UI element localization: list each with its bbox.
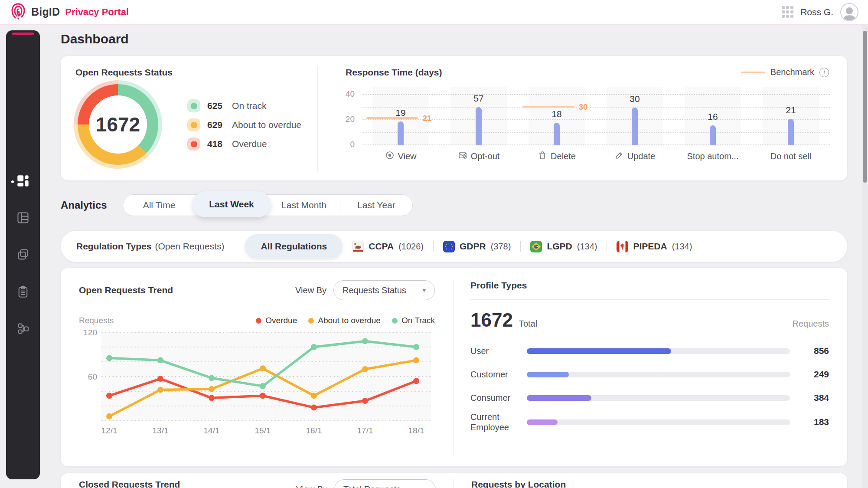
sidebar-item-tasks[interactable]	[16, 285, 30, 300]
benchmark-line-icon	[741, 72, 765, 73]
tab-pipeda[interactable]: PIPEDA (134)	[607, 241, 702, 252]
tab-all-regulations[interactable]: All Regulations	[245, 234, 343, 259]
bar-do-not-sell	[788, 119, 794, 145]
legend-overdue: Overdue	[256, 316, 297, 325]
profile-row-current-employee: Current Employee 183	[470, 412, 829, 432]
analytics-row: Analytics All Time Last Week Last Month …	[61, 194, 847, 216]
svg-text:120: 120	[83, 328, 97, 337]
overdue-count: 418	[207, 139, 222, 149]
tab-ccpa[interactable]: CCPA (1026)	[343, 241, 433, 252]
trend-y-axis-label: Requests	[79, 316, 114, 325]
overdue-dot-icon	[256, 318, 261, 324]
svg-text:16/1: 16/1	[306, 426, 322, 435]
legend-item-overdue: 418 Overdue	[187, 138, 301, 151]
profile-type-bars: User 856 Customer 249 Consumer 384	[470, 341, 829, 432]
sidebar-item-workflows[interactable]	[16, 322, 30, 337]
apps-grid-icon[interactable]	[782, 6, 793, 18]
benchmark-line	[366, 117, 418, 119]
benchmark-value: 21	[422, 114, 431, 123]
svg-text:17/1: 17/1	[357, 426, 373, 435]
category-view: View	[362, 151, 440, 162]
tab-all-time[interactable]: All Time	[123, 194, 195, 216]
category-opt-out: Opt-out	[440, 151, 518, 162]
brazil-flag-icon	[530, 241, 542, 252]
profile-types-panel: Profile Types 1672 Total Requests User 8…	[453, 268, 847, 437]
profile-total-label: Total	[519, 319, 537, 329]
benchmark-legend: Benchmark i	[741, 67, 829, 77]
page-scrollbar-track[interactable]	[862, 25, 868, 488]
copy-pages-icon	[16, 248, 29, 263]
tab-last-year[interactable]: Last Year	[340, 194, 412, 216]
sidebar-item-requests[interactable]	[16, 211, 30, 226]
svg-text:60: 60	[88, 372, 97, 381]
screen: BigID Privacy Portal Ross G.	[0, 0, 868, 488]
profile-row-consumer: Consumer 384	[470, 388, 829, 407]
bar-value-stop-automation: 16	[674, 111, 752, 122]
on-track-swatch-icon	[187, 99, 200, 112]
consumer-bar	[527, 395, 591, 401]
bar-column-opt-out[interactable]: 57	[440, 95, 518, 145]
panel-divider	[453, 479, 454, 488]
customer-bar	[527, 372, 569, 377]
svg-text:13/1: 13/1	[153, 426, 169, 435]
page-scrollbar-thumb[interactable]	[863, 31, 867, 183]
legend-about-to-overdue: About to overdue	[308, 316, 381, 325]
benchmark-value: 30	[578, 102, 587, 112]
brand-logo[interactable]: BigID	[10, 2, 60, 23]
view-by-select[interactable]: Requests Status ▾	[333, 280, 435, 300]
trend-profile-card: Open Requests Trend View By Requests Sta…	[61, 268, 847, 466]
tab-last-week[interactable]: Last Week	[193, 191, 271, 217]
view-icon	[385, 151, 395, 162]
bar-column-update[interactable]: 30	[596, 95, 674, 145]
bar-delete	[554, 123, 560, 145]
sidebar	[6, 30, 40, 479]
tab-gdpr[interactable]: GDPR (378)	[434, 241, 520, 252]
bar-column-delete[interactable]: 18 30	[518, 95, 596, 145]
bar-view	[398, 121, 404, 145]
view-by-label: View By	[295, 285, 326, 295]
category-delete: Delete	[518, 151, 596, 162]
ytick-20: 20	[346, 115, 355, 124]
bar-column-stop-automation[interactable]: 16	[674, 95, 752, 145]
dashboard-icon	[16, 174, 29, 189]
requests-by-location-title: Requests by Location	[471, 479, 566, 488]
profile-row-user: User 856	[470, 341, 829, 360]
on-track-count: 625	[207, 101, 222, 111]
user-name: Ross G.	[800, 7, 833, 17]
response-y-axis: 40 20 0	[339, 95, 357, 145]
tab-lgpd[interactable]: LGPD (134)	[521, 241, 607, 252]
about-to-overdue-label: About to overdue	[232, 120, 301, 130]
closed-requests-card: Closed Requests Trend View By Total Requ…	[61, 473, 847, 488]
regulation-filter-tabs: All Regulations CCPA (1026)	[245, 234, 702, 259]
closed-requests-trend-title: Closed Requests Trend	[79, 479, 180, 488]
view-by-select-total-requests[interactable]: Total Requests ▾	[334, 479, 436, 488]
overdue-swatch-icon	[187, 138, 200, 151]
bar-column-view[interactable]: 19 21	[362, 95, 440, 145]
about-to-overdue-count: 629	[207, 120, 222, 130]
tab-last-month[interactable]: Last Month	[268, 194, 340, 216]
regulation-types-label: Regulation Types	[76, 241, 151, 252]
user-avatar[interactable]	[840, 3, 858, 21]
eu-flag-icon	[443, 241, 455, 252]
current-employee-bar	[527, 419, 558, 425]
chevron-down-icon: ▾	[422, 286, 426, 294]
regulation-types-card: Regulation Types (Open Requests) All Reg…	[61, 231, 847, 262]
ytick-0: 0	[350, 140, 355, 149]
donut-total-value: 1672	[96, 113, 140, 136]
chevron-down-icon: ▾	[423, 485, 427, 488]
sidebar-item-dashboard[interactable]	[16, 174, 30, 189]
status-response-card: Open Requests Status 1672 625 On track 6…	[61, 56, 847, 180]
california-flag-icon	[352, 241, 364, 252]
mail-icon	[458, 151, 467, 162]
open-requests-trend-chart[interactable]: 6012012/113/114/115/116/117/118/1	[79, 327, 434, 436]
category-stop-automation: Stop autom...	[674, 151, 752, 162]
section-divider	[470, 299, 829, 300]
section-divider	[79, 309, 435, 309]
info-icon[interactable]: i	[819, 68, 829, 77]
profile-types-title: Profile Types	[470, 280, 829, 291]
bigid-fingerprint-icon	[10, 2, 27, 23]
about-to-overdue-dot-icon	[308, 318, 314, 324]
bar-column-do-not-sell[interactable]: 21	[752, 95, 830, 145]
open-requests-donut-chart[interactable]: 1672	[74, 80, 162, 169]
sidebar-item-pages[interactable]	[16, 248, 30, 263]
